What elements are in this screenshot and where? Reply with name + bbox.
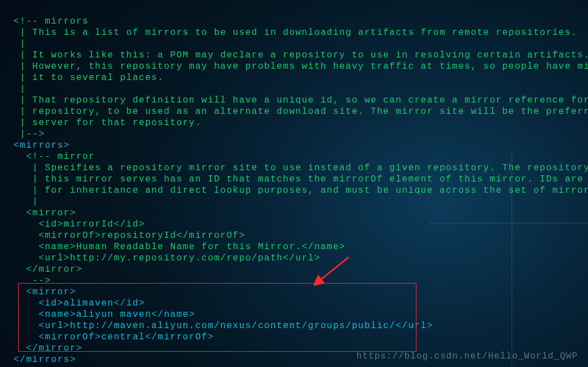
comment-line: <name>Human Readable Name for this Mirro…	[14, 242, 345, 252]
name-open-tag: <name>	[38, 309, 76, 320]
comment-line: -->	[14, 276, 51, 286]
url-close-tag: </url>	[396, 321, 433, 331]
comment-line: | it to several places.	[14, 73, 164, 83]
indent	[14, 309, 38, 320]
comment-line: |-->	[14, 129, 45, 139]
indent	[14, 298, 38, 308]
mirrorof-close-tag: </mirrorOf>	[145, 332, 214, 342]
comment-line: |	[14, 197, 38, 207]
mirror-open-tag: <mirror>	[14, 287, 76, 297]
url-value: http://maven.aliyun.com/nexus/content/gr…	[70, 321, 396, 331]
comment-line: | Specifies a repository mirror site to …	[14, 163, 588, 173]
comment-line: | for inheritance and direct lookup purp…	[14, 185, 588, 196]
comment-line: | This is a list of mirrors to be used i…	[14, 28, 577, 38]
mirrorof-value: central	[101, 332, 145, 342]
mirrorof-open-tag: <mirrorOf>	[38, 332, 101, 342]
mirrors-open-tag: <mirrors>	[14, 140, 70, 151]
mirrors-close-tag: </mirrors>	[14, 355, 76, 365]
comment-line: | It works like this: a POM may declare …	[14, 50, 588, 60]
code-block: <!-- mirrors | This is a list of mirrors…	[0, 0, 588, 365]
comment-line: <url>http://my.repository.com/repo/path<…	[14, 253, 321, 263]
wallpaper-line-vertical	[511, 152, 512, 366]
comment-line: <mirror>	[14, 208, 76, 218]
id-close-tag: </id>	[114, 298, 146, 308]
name-value: aliyun maven	[76, 309, 151, 320]
url-open-tag: <url>	[38, 321, 70, 331]
watermark-text: https://blog.csdn.net/Hello_World_QWP	[357, 351, 578, 361]
name-close-tag: </name>	[151, 309, 195, 320]
wallpaper-line-horizontal	[430, 223, 588, 224]
id-value: alimaven	[64, 298, 114, 308]
comment-line: <!-- mirror	[14, 152, 95, 162]
comment-line: | That repository definition will have a…	[14, 95, 588, 105]
comment-line: | server for that repository.	[14, 118, 201, 128]
comment-line: </mirror>	[14, 264, 82, 275]
comment-line: <id>mirrorId</id>	[14, 219, 145, 229]
comment-line: <!-- mirrors	[14, 16, 89, 26]
indent	[14, 321, 38, 331]
comment-line: |	[14, 84, 26, 94]
indent	[14, 332, 38, 342]
id-open-tag: <id>	[38, 298, 63, 308]
comment-line: | repository, to be used as an alternate…	[14, 107, 588, 117]
comment-line: | However, this repository may have prob…	[14, 61, 588, 72]
comment-line: | this mirror serves has an ID that matc…	[14, 174, 588, 184]
comment-line: |	[14, 39, 26, 49]
mirror-close-tag: </mirror>	[14, 343, 82, 353]
comment-line: <mirrorOf>repositoryId</mirrorOf>	[14, 231, 245, 241]
